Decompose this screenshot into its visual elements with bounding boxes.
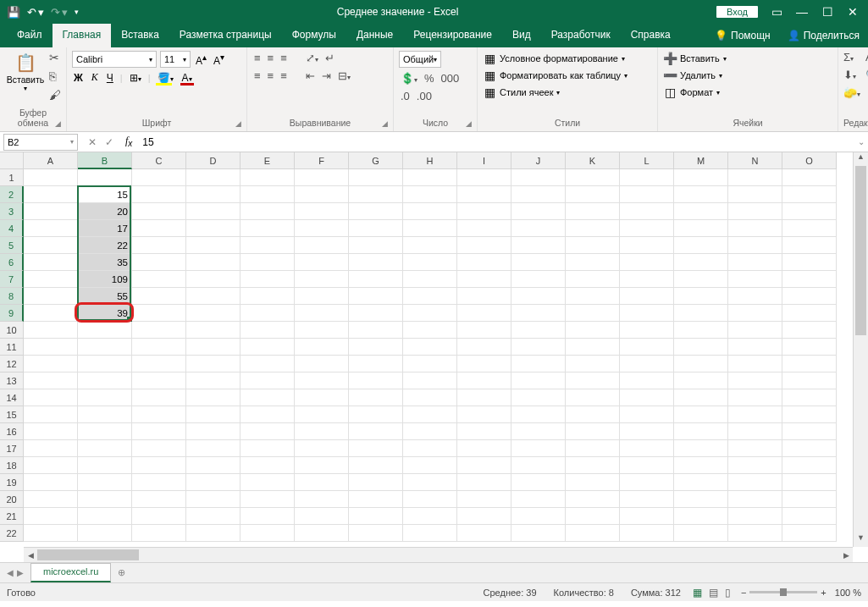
cell[interactable] bbox=[620, 220, 674, 237]
cell[interactable] bbox=[728, 440, 782, 457]
cell[interactable] bbox=[295, 457, 349, 474]
cell[interactable] bbox=[674, 491, 728, 508]
row-header[interactable]: 17 bbox=[0, 440, 24, 457]
cell[interactable] bbox=[349, 356, 403, 372]
cell[interactable] bbox=[240, 356, 295, 372]
cell[interactable] bbox=[511, 305, 566, 322]
cell[interactable] bbox=[295, 254, 349, 271]
cell[interactable] bbox=[674, 356, 728, 372]
cell[interactable] bbox=[674, 322, 728, 339]
cell[interactable] bbox=[457, 491, 511, 508]
zoom-in-button[interactable]: + bbox=[821, 588, 826, 598]
formula-input[interactable]: 15 bbox=[137, 136, 854, 148]
cell[interactable] bbox=[186, 305, 240, 322]
cell[interactable] bbox=[403, 491, 457, 508]
cell[interactable] bbox=[728, 203, 782, 220]
cell[interactable] bbox=[782, 322, 837, 339]
cell[interactable] bbox=[566, 508, 620, 525]
cell[interactable] bbox=[186, 203, 240, 220]
increase-decimal-icon[interactable]: .0 bbox=[399, 89, 412, 103]
cell[interactable] bbox=[566, 237, 620, 254]
cell[interactable] bbox=[403, 203, 457, 220]
ribbon-display-icon[interactable]: ▭ bbox=[770, 5, 783, 19]
increase-font-icon[interactable]: A▴ bbox=[194, 52, 208, 67]
cell[interactable] bbox=[24, 203, 78, 220]
cell[interactable] bbox=[240, 169, 295, 186]
col-header[interactable]: A bbox=[24, 152, 78, 169]
cell[interactable] bbox=[186, 356, 240, 372]
cell[interactable] bbox=[132, 186, 186, 203]
cell[interactable]: 39 bbox=[78, 305, 132, 322]
cell[interactable] bbox=[511, 372, 566, 389]
cell[interactable] bbox=[782, 203, 837, 220]
cell[interactable] bbox=[78, 508, 132, 525]
cell[interactable] bbox=[566, 339, 620, 356]
cell[interactable] bbox=[240, 203, 295, 220]
col-header[interactable]: B bbox=[78, 152, 132, 169]
col-header[interactable]: O bbox=[782, 152, 837, 169]
cell[interactable] bbox=[240, 288, 295, 305]
cell[interactable] bbox=[566, 220, 620, 237]
row-header[interactable]: 16 bbox=[0, 423, 24, 440]
cell[interactable] bbox=[403, 322, 457, 339]
cell[interactable] bbox=[24, 271, 78, 288]
cell[interactable] bbox=[782, 237, 837, 254]
cell[interactable] bbox=[728, 356, 782, 372]
cell[interactable] bbox=[620, 389, 674, 406]
cell[interactable] bbox=[674, 525, 728, 542]
cell[interactable] bbox=[132, 203, 186, 220]
cell[interactable] bbox=[132, 457, 186, 474]
cell[interactable] bbox=[24, 237, 78, 254]
close-button[interactable]: ✕ bbox=[846, 5, 860, 19]
conditional-format-button[interactable]: ▦Условное форматирование▾ bbox=[483, 51, 625, 66]
zoom-percent[interactable]: 100 % bbox=[830, 588, 861, 598]
cell[interactable] bbox=[349, 406, 403, 423]
cell[interactable] bbox=[403, 508, 457, 525]
cell[interactable] bbox=[349, 525, 403, 542]
cell[interactable] bbox=[674, 271, 728, 288]
cell[interactable] bbox=[132, 389, 186, 406]
cell[interactable] bbox=[349, 508, 403, 525]
cell[interactable] bbox=[186, 389, 240, 406]
cell[interactable] bbox=[349, 305, 403, 322]
tab-вставка[interactable]: Вставка bbox=[111, 24, 169, 47]
cell[interactable] bbox=[511, 237, 566, 254]
cell[interactable] bbox=[295, 186, 349, 203]
select-all-corner[interactable] bbox=[0, 152, 24, 169]
font-name-select[interactable]: Calibri▾ bbox=[72, 51, 157, 68]
cell[interactable] bbox=[728, 186, 782, 203]
cell[interactable] bbox=[620, 457, 674, 474]
cell[interactable] bbox=[349, 288, 403, 305]
cell[interactable] bbox=[24, 440, 78, 457]
currency-icon[interactable]: 💲▾ bbox=[399, 71, 419, 86]
cell[interactable] bbox=[349, 457, 403, 474]
autosum-icon[interactable]: Σ▾ bbox=[843, 51, 860, 63]
save-icon[interactable]: 💾 bbox=[7, 6, 20, 19]
cell[interactable] bbox=[782, 271, 837, 288]
name-box[interactable]: B2▾ bbox=[3, 134, 78, 151]
col-header[interactable]: I bbox=[457, 152, 511, 169]
cell[interactable] bbox=[78, 322, 132, 339]
cell[interactable] bbox=[240, 525, 295, 542]
cell[interactable] bbox=[782, 389, 837, 406]
cell[interactable] bbox=[620, 491, 674, 508]
tab-вид[interactable]: Вид bbox=[502, 24, 541, 47]
col-header[interactable]: E bbox=[240, 152, 295, 169]
cell[interactable] bbox=[620, 525, 674, 542]
cell[interactable] bbox=[566, 271, 620, 288]
format-as-table-button[interactable]: ▦Форматировать как таблицу▾ bbox=[483, 68, 628, 83]
cell[interactable]: 15 bbox=[78, 186, 132, 203]
cell[interactable] bbox=[457, 406, 511, 423]
cell[interactable] bbox=[728, 305, 782, 322]
add-sheet-button[interactable]: ⊕ bbox=[111, 563, 132, 582]
cell[interactable] bbox=[511, 423, 566, 440]
cell[interactable] bbox=[620, 423, 674, 440]
align-right-icon[interactable]: ≡ bbox=[279, 69, 289, 83]
cell[interactable] bbox=[620, 271, 674, 288]
cell[interactable] bbox=[78, 339, 132, 356]
cell[interactable] bbox=[132, 169, 186, 186]
cell[interactable] bbox=[349, 254, 403, 271]
zoom-out-button[interactable]: − bbox=[741, 588, 746, 598]
cell[interactable] bbox=[403, 440, 457, 457]
cell[interactable] bbox=[511, 322, 566, 339]
